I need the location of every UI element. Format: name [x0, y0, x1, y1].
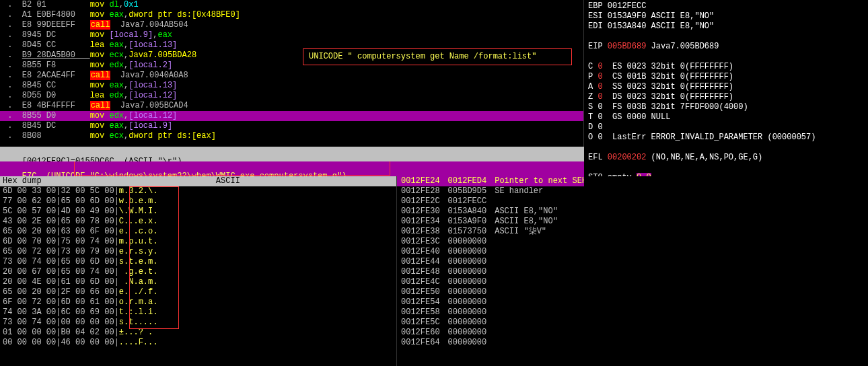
register-line[interactable]: Z 0 DS 0023 32bit 0(FFFFFFFF) [588, 92, 864, 102]
hex-row[interactable]: 65 00 20 00|63 00 6F 00|e. .c.o. [0, 227, 396, 237]
stack-addr: 0012FE3C [397, 237, 444, 247]
register-line[interactable]: O 0 LastErr ERROR_INVALID_PARAMETER (000… [588, 133, 864, 143]
stack-row[interactable]: 0012FE340153A9F0ASCII E8,"NO" [397, 217, 584, 227]
breakpoint-marker[interactable]: . [3, 10, 22, 20]
stack-comment [491, 237, 584, 247]
breakpoint-marker[interactable]: . [3, 0, 22, 9]
stack-row[interactable]: 0012FE5000000000 [397, 287, 584, 297]
disasm-row[interactable]: . 8D55 D0 lea edx,[local.12] [0, 91, 583, 101]
mnemonic: mov [90, 81, 105, 90]
hex-row[interactable]: 6D 00 33 00|32 00 5C 00|m.3.2.\. [0, 186, 396, 196]
stack-row[interactable]: 0012FE5800000000 [397, 307, 584, 318]
register-line[interactable]: C 0 ES 0023 32bit 0(FFFFFFFF) [588, 62, 864, 72]
hex-row[interactable]: 65 00 20 00|2F 00 66 00|e. ./.f. [0, 287, 396, 297]
register-line[interactable] [588, 32, 864, 42]
stack-row[interactable]: 0012FE28005BD9D5SE handler [397, 186, 584, 196]
stack-row[interactable]: 0012FE240012FED4Pointer to next SEH reco… [397, 176, 584, 186]
hex-dump-pane[interactable]: Hex dump ASCII 6D 00 33 00|32 00 5C 00|m… [0, 176, 397, 366]
stack-row[interactable]: 0012FE6400000000 [397, 338, 584, 348]
hex-row[interactable]: 73 00 74 00|65 00 6D 00|s.t.e.m. [0, 257, 396, 267]
stack-pane[interactable]: 0012FE240012FED4Pointer to next SEH reco… [397, 176, 584, 366]
register-line[interactable]: EBP 0012FECC [588, 1, 864, 11]
disasm-row[interactable]: . E8 2ACAE4FF call Java7.0040A0A8 [0, 71, 583, 81]
register-line[interactable]: D 0 [588, 122, 864, 133]
stack-row[interactable]: 0012FE6000000000 [397, 328, 584, 338]
register-line[interactable]: P 0 CS 001B 32bit 0(FFFFFFFF) [588, 72, 864, 82]
stack-row[interactable]: 0012FE4000000000 [397, 247, 584, 257]
stack-comment: SE handler [491, 186, 584, 196]
breakpoint-marker[interactable]: . [3, 101, 22, 110]
mnemonic: mov [90, 111, 105, 120]
stack-row[interactable]: 0012FE3801573750ASCII "柒V" [397, 227, 584, 237]
stack-value: 00000000 [444, 318, 491, 328]
stack-row[interactable]: 0012FE5400000000 [397, 297, 584, 307]
disasm-row[interactable]: . 8B08 mov ecx,dword ptr ds:[eax] [0, 131, 583, 141]
hex-row[interactable]: 73 00 74 00|00 00 00 00|s.t..... [0, 318, 396, 328]
register-line[interactable] [588, 143, 864, 153]
stack-comment [491, 287, 584, 297]
hex-row[interactable]: 5C 00 57 00|4D 00 49 00|\.W.M.I. [0, 207, 396, 217]
breakpoint-marker[interactable]: . [3, 91, 22, 100]
breakpoint-marker[interactable]: . [3, 20, 22, 30]
breakpoint-marker[interactable]: . [3, 121, 22, 131]
instruction-bytes: 8B45 DC [22, 121, 90, 131]
ascii-highlight-box [129, 186, 179, 329]
breakpoint-marker[interactable]: . [3, 131, 22, 141]
stack-row[interactable]: 0012FE4800000000 [397, 267, 584, 277]
stack-comment [491, 267, 584, 277]
hex-row[interactable]: 6D 00 70 00|75 00 74 00|m.p.u.t. [0, 237, 396, 247]
stack-row[interactable]: 0012FE3C00000000 [397, 237, 584, 247]
breakpoint-marker[interactable]: . [3, 111, 22, 120]
hex-row[interactable]: 00 00 00 00|46 00 00 00|....F... [0, 338, 396, 348]
operand: eax [109, 121, 124, 131]
disasm-row[interactable]: . B2 01 mov dl,0x1 [0, 0, 583, 10]
hex-row[interactable]: 65 00 72 00|73 00 79 00|e.r.s.y. [0, 247, 396, 257]
stack-value: 00000000 [444, 307, 491, 318]
register-line[interactable]: S 0 FS 003B 32bit 7FFDF000(4000) [588, 102, 864, 112]
hex-row[interactable]: 74 00 3A 00|6C 00 69 00|t.:.l.i. [0, 307, 396, 318]
hex-row[interactable]: 20 00 4E 00|61 00 6D 00| .N.a.m. [0, 277, 396, 287]
register-line[interactable] [588, 52, 864, 62]
stack-value: 00000000 [444, 328, 491, 338]
hex-bytes: 5C 00 57 00|4D 00 49 00| [3, 207, 119, 216]
stack-comment [491, 196, 584, 207]
disasm-row[interactable]: . 8B45 DC mov eax,[local.9] [0, 121, 583, 131]
register-line[interactable]: EIP 005BD689 Java7.005BD689 [588, 42, 864, 52]
register-line[interactable]: EDI 0153A840 ASCII E8,"NO" [588, 22, 864, 32]
breakpoint-marker[interactable]: . [3, 40, 22, 50]
hex-row[interactable]: 6F 00 72 00|6D 00 61 00|o.r.m.a. [0, 297, 396, 307]
disasm-row[interactable]: . A1 E0BF4800 mov eax,dword ptr ds:[0x48… [0, 10, 583, 20]
register-line[interactable]: T 0 GS 0000 NULL [588, 112, 864, 122]
hex-row[interactable]: 20 00 67 00|65 00 74 00| .g.e.t. [0, 267, 396, 277]
registers-pane[interactable]: EBP 0012FECCESI 0153A9F0 ASCII E8,"NO"ED… [584, 0, 868, 176]
mnemonic: lea [90, 91, 105, 100]
stack-value: 00000000 [444, 277, 491, 287]
hex-row[interactable]: 77 00 62 00|65 00 6D 00|w.b.e.m. [0, 196, 396, 207]
stack-row[interactable]: 0012FE4400000000 [397, 257, 584, 267]
stack-value: 00000000 [444, 237, 491, 247]
register-line[interactable]: A 0 SS 0023 32bit 0(FFFFFFFF) [588, 82, 864, 92]
register-line[interactable] [588, 163, 864, 173]
breakpoint-marker[interactable]: . [3, 71, 22, 80]
disasm-row[interactable]: . 8945 DC mov [local.9],eax [0, 30, 583, 40]
stack-row[interactable]: 0012FE5C00000000 [397, 318, 584, 328]
disasm-row[interactable]: . 8B45 CC mov eax,[local.13] [0, 81, 583, 91]
stack-comment: ASCII E8,"NO" [491, 207, 584, 217]
disassembly-pane[interactable]: UNICODE " computersystem get Name /forma… [0, 0, 584, 147]
disasm-row[interactable]: . E8 4BF4FFFF call Java7.005BCAD4 [0, 101, 583, 111]
breakpoint-marker[interactable]: . [3, 61, 22, 70]
hex-row[interactable]: 43 00 2E 00|65 00 78 00|C...e.x. [0, 217, 396, 227]
disasm-row[interactable]: . 8B55 D0 mov edx,[local.12] [0, 111, 583, 121]
stack-row[interactable]: 0012FE4C00000000 [397, 277, 584, 287]
operand: dword ptr ds:[eax] [129, 131, 216, 141]
breakpoint-marker[interactable]: . [3, 30, 22, 40]
hex-row[interactable]: 01 00 00 00|B0 04 02 00|±...? . [0, 328, 396, 338]
stack-row[interactable]: 0012FE300153A840ASCII E8,"NO" [397, 207, 584, 217]
register-line[interactable]: ESI 0153A9F0 ASCII E8,"NO" [588, 11, 864, 22]
disasm-row[interactable]: . E8 99DEEEFF call Java7.004AB504 [0, 20, 583, 30]
operand: edx [109, 111, 124, 120]
register-line[interactable]: EFL 00200202 (NO,NB,NE,A,NS,PO,GE,G) [588, 153, 864, 163]
breakpoint-marker[interactable]: . [3, 81, 22, 90]
breakpoint-marker[interactable]: . [3, 50, 22, 60]
stack-row[interactable]: 0012FE2C0012FECC [397, 196, 584, 207]
